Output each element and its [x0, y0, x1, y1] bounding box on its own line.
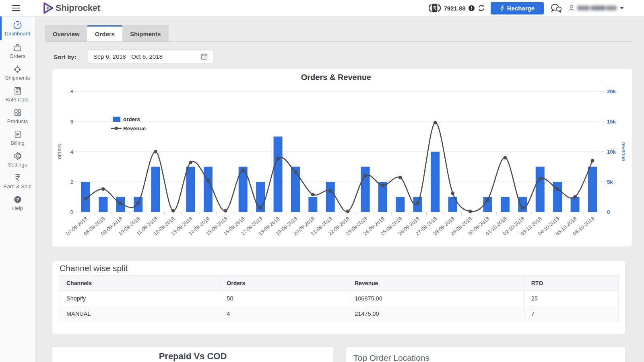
- svg-text:6: 6: [70, 119, 73, 125]
- column-header: Orders: [220, 276, 348, 291]
- table-row: Shopify50106875.0025: [60, 291, 619, 306]
- sidebar-item-settings[interactable]: Settings: [0, 148, 35, 170]
- svg-text:20k: 20k: [607, 88, 616, 95]
- left-axis-labels: 02468: [70, 88, 73, 215]
- svg-text:orders: orders: [56, 144, 62, 159]
- column-header: RTO: [524, 276, 618, 291]
- target-icon: [13, 64, 22, 74]
- recharge-button[interactable]: Recharge: [491, 2, 544, 14]
- calculator-icon: [13, 86, 22, 96]
- tab-shipments[interactable]: Shipments: [122, 25, 169, 41]
- revenue-line: [86, 123, 592, 212]
- bag-icon: [13, 43, 22, 52]
- column-header: Channels: [60, 276, 220, 291]
- revenue-points: [84, 121, 594, 213]
- top-locations-card: Top Order Locations: [346, 347, 625, 362]
- tab-overview[interactable]: Overview: [45, 25, 87, 41]
- top-locations-title: Top Order Locations: [353, 353, 625, 362]
- tabs-divider: [45, 41, 633, 42]
- svg-text:10k: 10k: [607, 149, 616, 155]
- shiprocket-logo[interactable]: Shiprocket: [41, 1, 100, 15]
- chevron-down-icon: [620, 7, 624, 9]
- channel-split-title: Channel wise split: [52, 261, 625, 275]
- brand-name: Shiprocket: [56, 3, 100, 13]
- chat-icon[interactable]: [550, 3, 562, 13]
- sort-by-label: Sort by:: [54, 53, 76, 60]
- gauge-icon: [12, 20, 23, 30]
- date-range-value: Sep 6, 2018 - Oct 6, 2018: [93, 53, 163, 60]
- svg-text:4: 4: [70, 149, 73, 155]
- sidebar-item-help[interactable]: ?Help: [0, 192, 35, 214]
- wallet-balance: 7921.88: [444, 5, 465, 12]
- svg-text:15k: 15k: [607, 119, 616, 125]
- user-menu[interactable]: [568, 4, 624, 12]
- lightning-icon: [500, 5, 504, 12]
- document-icon: [13, 130, 22, 139]
- svg-text:Orders & Revenue: Orders & Revenue: [301, 73, 372, 82]
- sidebar-item-orders[interactable]: Orders: [0, 40, 35, 62]
- sidebar-item-products[interactable]: Products: [0, 105, 35, 127]
- sidebar-nav: DashboardOrdersShipmentsRate Calc.Produc…: [0, 16, 35, 362]
- orders-bars: [81, 137, 597, 212]
- svg-text:0: 0: [607, 209, 610, 215]
- main-content: Overview Orders Shipments Sort by: Sep 6…: [36, 16, 644, 362]
- shiprocket-logo-icon: [41, 1, 55, 15]
- table-row: MANUAL421475.007: [60, 306, 619, 321]
- svg-text:orders: orders: [123, 116, 140, 122]
- user-icon: [568, 4, 575, 12]
- sidebar-item-rate-calc[interactable]: Rate Calc.: [0, 83, 35, 105]
- question-icon: ?: [13, 195, 22, 204]
- prepaid-cod-title: Prepaid Vs COD: [52, 351, 333, 362]
- sidebar-item-dashboard[interactable]: Dashboard: [0, 16, 35, 40]
- svg-text:2: 2: [70, 179, 73, 185]
- chart-legend: ordersRevenue: [111, 116, 146, 132]
- column-header: Revenue: [348, 276, 525, 291]
- svg-text:8: 8: [70, 88, 73, 95]
- channel-split-card: Channel wise split ChannelsOrdersRevenue…: [52, 261, 625, 334]
- orders-revenue-card: 0246805k10k15k20kordersrevenue07-09-2018…: [52, 69, 632, 247]
- date-range-picker[interactable]: Sep 6, 2018 - Oct 6, 2018: [88, 49, 213, 64]
- sidebar-item-billing[interactable]: Billing: [0, 127, 35, 148]
- svg-text:0: 0: [70, 209, 73, 215]
- svg-text:Revenue: Revenue: [123, 125, 146, 132]
- balance-info-icon[interactable]: !: [469, 5, 475, 11]
- gear-icon: [13, 151, 23, 161]
- x-axis-labels: 07-09-201808-09-201809-09-201810-09-2018…: [65, 216, 595, 237]
- sidebar-item-earn-ship[interactable]: Earn & Ship: [0, 170, 35, 192]
- dashboard-tabs: Overview Orders Shipments: [45, 25, 169, 41]
- wallet-icon[interactable]: ₹: [429, 3, 441, 13]
- refresh-balance-icon[interactable]: [478, 4, 485, 12]
- svg-text:₹: ₹: [433, 5, 437, 11]
- grid-icon: [13, 108, 22, 117]
- prepaid-cod-card: Prepaid Vs COD: [52, 347, 333, 362]
- sidebar-item-shipments[interactable]: Shipments: [0, 62, 35, 83]
- rupee-icon: [13, 173, 22, 183]
- channel-split-table: ChannelsOrdersRevenueRTO Shopify50106875…: [60, 275, 619, 321]
- orders-revenue-chart: 0246805k10k15k20kordersrevenue07-09-2018…: [52, 69, 632, 247]
- hamburger-menu-icon[interactable]: [12, 4, 20, 12]
- x-ticks: [77, 212, 601, 215]
- svg-text:5k: 5k: [607, 179, 613, 185]
- svg-text:revenue: revenue: [621, 142, 627, 161]
- calendar-icon: [201, 53, 208, 60]
- top-header: Shiprocket ₹ 7921.88 ! Recharge: [0, 0, 644, 16]
- tab-orders[interactable]: Orders: [87, 25, 122, 41]
- user-name-redacted: [577, 6, 617, 10]
- right-axis-labels: 05k10k15k20k: [607, 88, 616, 215]
- svg-text:?: ?: [16, 197, 19, 202]
